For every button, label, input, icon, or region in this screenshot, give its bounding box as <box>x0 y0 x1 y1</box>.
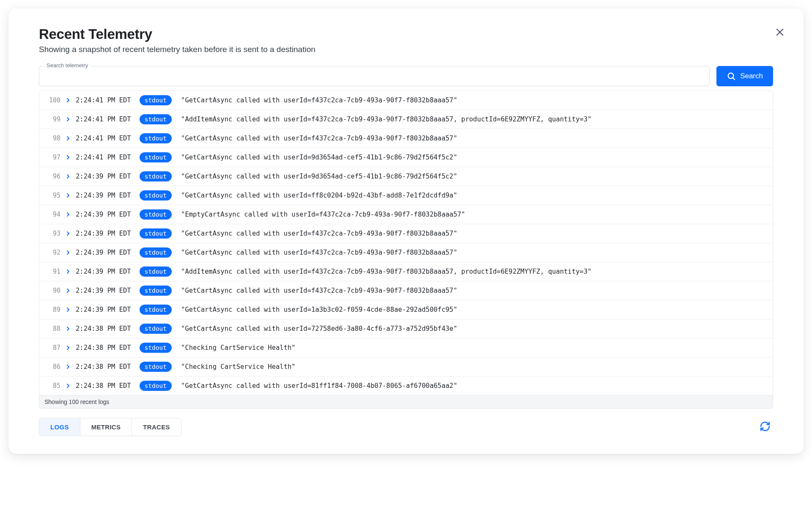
svg-line-3 <box>733 78 735 80</box>
search-row: Search telemetry Search <box>39 66 773 86</box>
log-row[interactable]: 872:24:38 PM EDTstdout"Checking CartServ… <box>39 338 773 357</box>
close-button[interactable] <box>773 25 787 39</box>
search-input[interactable] <box>39 66 710 86</box>
log-message: "Checking CartService Health" <box>181 363 296 371</box>
log-row[interactable]: 882:24:38 PM EDTstdout"GetCartAsync call… <box>39 319 773 338</box>
logs-footer: Showing 100 recent logs <box>39 395 773 408</box>
chevron-right-icon <box>66 136 71 141</box>
log-row[interactable]: 852:24:38 PM EDTstdout"GetCartAsync call… <box>39 376 773 395</box>
log-index: 95 <box>45 192 60 199</box>
log-index: 98 <box>45 135 60 142</box>
log-timestamp: 2:24:39 PM EDT <box>76 268 131 275</box>
log-row[interactable]: 972:24:41 PM EDTstdout"GetCartAsync call… <box>39 148 773 167</box>
refresh-icon <box>760 421 771 432</box>
chevron-right-icon <box>66 269 71 274</box>
log-message: "AddItemAsync called with userId=f437c2c… <box>181 115 592 123</box>
log-stream-badge: stdout <box>140 95 172 105</box>
search-icon <box>727 71 736 81</box>
log-index: 92 <box>45 249 60 256</box>
log-timestamp: 2:24:41 PM EDT <box>76 135 131 142</box>
log-message: "GetCartAsync called with userId=f437c2c… <box>181 287 457 294</box>
log-index: 87 <box>45 344 60 352</box>
log-message: "GetCartAsync called with userId=1a3b3c0… <box>181 306 457 313</box>
log-index: 90 <box>45 287 60 294</box>
search-button[interactable]: Search <box>716 66 773 86</box>
log-index: 85 <box>45 382 60 390</box>
log-timestamp: 2:24:39 PM EDT <box>76 287 131 294</box>
log-row[interactable]: 892:24:39 PM EDTstdout"GetCartAsync call… <box>39 300 773 319</box>
tab-logs[interactable]: LOGS <box>39 418 80 436</box>
log-row[interactable]: 992:24:41 PM EDTstdout"AddItemAsync call… <box>39 110 773 129</box>
log-message: "EmptyCartAsync called with userId=f437c… <box>181 211 465 218</box>
log-message: "AddItemAsync called with userId=f437c2c… <box>181 268 592 275</box>
tab-traces[interactable]: TRACES <box>132 418 181 436</box>
log-stream-badge: stdout <box>140 171 172 181</box>
log-message: "GetCartAsync called with userId=9d3654a… <box>181 173 457 180</box>
log-row[interactable]: 912:24:39 PM EDTstdout"AddItemAsync call… <box>39 262 773 281</box>
log-row[interactable]: 962:24:39 PM EDTstdout"GetCartAsync call… <box>39 167 773 186</box>
log-row[interactable]: 862:24:38 PM EDTstdout"Checking CartServ… <box>39 357 773 376</box>
chevron-right-icon <box>66 193 71 198</box>
telemetry-panel: Recent Telemetry Showing a snapshot of r… <box>8 8 804 454</box>
log-message: "GetCartAsync called with userId=ff8c020… <box>181 192 457 199</box>
log-message: "GetCartAsync called with userId=72758ed… <box>181 325 457 332</box>
log-index: 94 <box>45 211 60 218</box>
chevron-right-icon <box>66 117 71 122</box>
log-stream-badge: stdout <box>140 247 172 258</box>
log-stream-badge: stdout <box>140 152 172 162</box>
search-button-label: Search <box>740 72 763 80</box>
log-timestamp: 2:24:38 PM EDT <box>76 363 131 371</box>
log-timestamp: 2:24:39 PM EDT <box>76 211 131 218</box>
search-field-wrapper: Search telemetry <box>39 66 710 86</box>
chevron-right-icon <box>66 383 71 388</box>
log-stream-badge: stdout <box>140 362 172 372</box>
chevron-right-icon <box>66 326 71 331</box>
log-stream-badge: stdout <box>140 286 172 296</box>
log-stream-badge: stdout <box>140 266 172 277</box>
chevron-right-icon <box>66 155 71 160</box>
tab-metrics[interactable]: METRICS <box>80 418 132 436</box>
refresh-button[interactable] <box>757 418 773 436</box>
log-timestamp: 2:24:39 PM EDT <box>76 306 131 313</box>
log-message: "GetCartAsync called with userId=81ff1f8… <box>181 382 457 390</box>
log-timestamp: 2:24:39 PM EDT <box>76 230 131 237</box>
log-message: "GetCartAsync called with userId=9d3654a… <box>181 154 457 161</box>
chevron-right-icon <box>66 174 71 179</box>
log-timestamp: 2:24:39 PM EDT <box>76 249 131 256</box>
log-timestamp: 2:24:38 PM EDT <box>76 325 131 332</box>
log-row[interactable]: 952:24:39 PM EDTstdout"GetCartAsync call… <box>39 186 773 205</box>
log-index: 96 <box>45 173 60 180</box>
log-index: 88 <box>45 325 60 332</box>
chevron-right-icon <box>66 364 71 369</box>
log-index: 99 <box>45 115 60 123</box>
log-stream-badge: stdout <box>140 381 172 391</box>
chevron-right-icon <box>66 345 71 350</box>
log-message: "GetCartAsync called with userId=f437c2c… <box>181 96 457 104</box>
log-stream-badge: stdout <box>140 343 172 353</box>
log-row[interactable]: 942:24:39 PM EDTstdout"EmptyCartAsync ca… <box>39 205 773 224</box>
page-subtitle: Showing a snapshot of recent telemetry t… <box>39 45 773 54</box>
search-legend: Search telemetry <box>44 62 91 69</box>
log-message: "Checking CartService Health" <box>181 344 296 352</box>
log-timestamp: 2:24:41 PM EDT <box>76 154 131 161</box>
chevron-right-icon <box>66 231 71 236</box>
logs-list[interactable]: 1002:24:41 PM EDTstdout"GetCartAsync cal… <box>39 91 773 395</box>
log-stream-badge: stdout <box>140 305 172 315</box>
log-row[interactable]: 982:24:41 PM EDTstdout"GetCartAsync call… <box>39 129 773 148</box>
log-row[interactable]: 902:24:39 PM EDTstdout"GetCartAsync call… <box>39 281 773 300</box>
log-message: "GetCartAsync called with userId=f437c2c… <box>181 230 457 237</box>
log-timestamp: 2:24:38 PM EDT <box>76 344 131 352</box>
log-stream-badge: stdout <box>140 228 172 239</box>
log-timestamp: 2:24:39 PM EDT <box>76 173 131 180</box>
log-index: 86 <box>45 363 60 371</box>
log-index: 91 <box>45 268 60 275</box>
logs-container: 1002:24:41 PM EDTstdout"GetCartAsync cal… <box>39 91 773 409</box>
bottom-bar: LOGS METRICS TRACES <box>39 418 773 436</box>
chevron-right-icon <box>66 212 71 217</box>
log-row[interactable]: 932:24:39 PM EDTstdout"GetCartAsync call… <box>39 224 773 243</box>
chevron-right-icon <box>66 307 71 312</box>
log-row[interactable]: 1002:24:41 PM EDTstdout"GetCartAsync cal… <box>39 91 773 110</box>
log-stream-badge: stdout <box>140 209 172 220</box>
log-timestamp: 2:24:41 PM EDT <box>76 96 131 104</box>
log-row[interactable]: 922:24:39 PM EDTstdout"GetCartAsync call… <box>39 243 773 262</box>
